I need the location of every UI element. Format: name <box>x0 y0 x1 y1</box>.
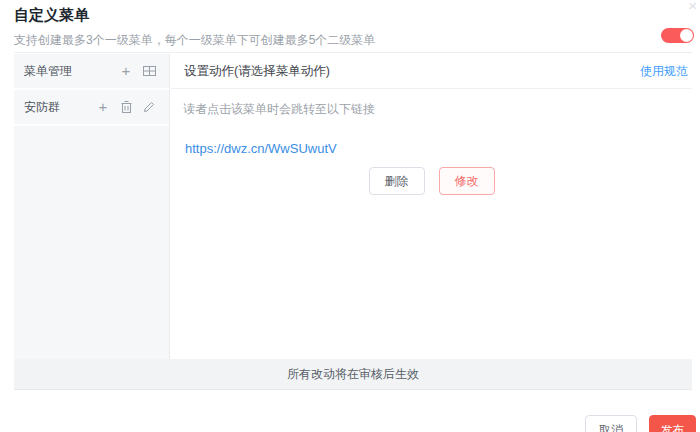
add-submenu-icon[interactable]: + <box>95 99 111 115</box>
action-button-row: 删除 修改 <box>171 167 692 195</box>
usage-spec-link[interactable]: 使用规范 <box>640 63 688 80</box>
sort-grid-icon[interactable] <box>141 63 157 79</box>
custom-menu-dialog: 自定义菜单 × 支持创建最多3个一级菜单，每个一级菜单下可创建最多5个二级菜单 … <box>0 0 700 432</box>
menu-enable-toggle[interactable] <box>661 28 694 43</box>
cancel-button[interactable]: 取消 <box>585 415 637 432</box>
publish-button[interactable]: 发布 <box>649 415 696 432</box>
page-title: 自定义菜单 <box>14 6 89 25</box>
delete-button[interactable]: 删除 <box>369 167 425 195</box>
menu-item-label: 安防群 <box>24 99 88 116</box>
add-menu-icon[interactable]: + <box>118 63 134 79</box>
redirect-hint-text: 读者点击该菜单时会跳转至以下链接 <box>183 101 375 118</box>
menu-target-url-link[interactable]: https://dwz.cn/WwSUwutV <box>185 141 337 156</box>
modify-button[interactable]: 修改 <box>439 167 495 195</box>
set-action-title: 设置动作(请选择菜单动作) <box>184 63 330 80</box>
menu-editor-panel: 菜单管理 + 安防群 + <box>14 52 692 389</box>
menu-sidebar: 菜单管理 + 安防群 + <box>14 54 170 359</box>
sidebar-item-anfangqun[interactable]: 安防群 + <box>14 90 169 126</box>
menu-rules-subtitle: 支持创建最多3个一级菜单，每个一级菜单下可创建最多5个二级菜单 <box>14 32 375 49</box>
edit-menu-icon[interactable] <box>141 99 157 115</box>
action-header-bar: 设置动作(请选择菜单动作) 使用规范 <box>171 54 692 89</box>
toggle-knob <box>680 29 693 42</box>
delete-menu-icon[interactable] <box>118 99 134 115</box>
review-notice-bar: 所有改动将在审核后生效 <box>14 359 692 390</box>
sidebar-header-row: 菜单管理 + <box>14 54 169 90</box>
menu-management-label: 菜单管理 <box>24 63 111 80</box>
close-icon[interactable]: × <box>688 0 697 14</box>
review-notice-text: 所有改动将在审核后生效 <box>287 366 419 383</box>
